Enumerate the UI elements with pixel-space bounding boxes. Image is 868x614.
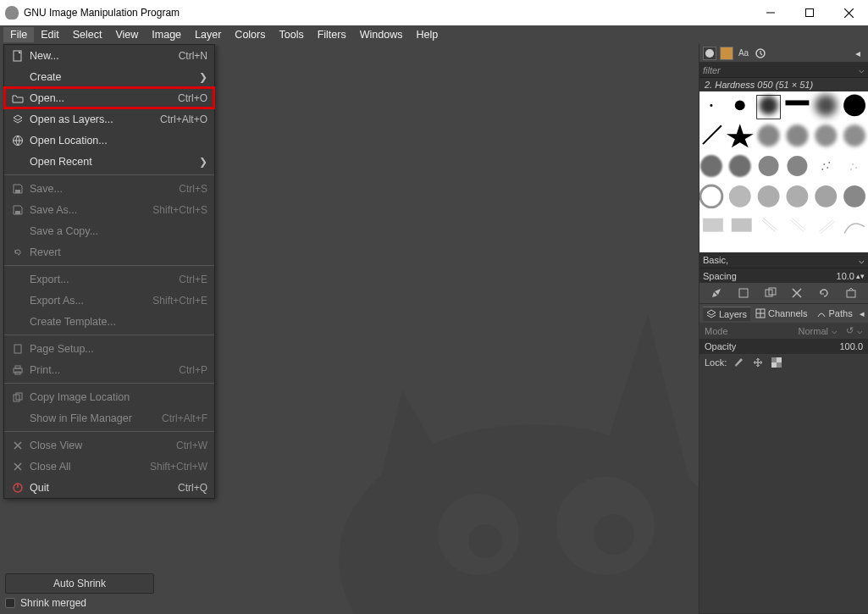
shrink-merged-checkbox[interactable] [5,598,15,608]
menu-item-open-location[interactable]: Open Location... [4,130,214,151]
menu-select[interactable]: Select [66,27,109,42]
menu-item-create[interactable]: Create❯ [4,66,214,87]
menu-item-shortcut: Shift+Ctrl+W [150,461,207,473]
svg-rect-76 [777,357,782,362]
menu-tools[interactable]: Tools [272,27,310,42]
svg-point-37 [786,124,808,147]
mode-value[interactable]: Normal [799,326,828,336]
edit-brush-icon[interactable] [710,286,723,300]
svg-rect-12 [15,211,20,214]
svg-line-59 [762,220,776,232]
menu-image[interactable]: Image [145,27,188,42]
menu-item-open-recent[interactable]: Open Recent❯ [4,151,214,172]
minimize-button[interactable] [751,0,790,25]
auto-shrink-button[interactable]: Auto Shrink [5,573,154,594]
svg-point-40 [700,155,722,177]
svg-point-52 [729,185,751,207]
tab-layers[interactable]: Layers [703,307,750,321]
revert-icon [11,246,25,258]
svg-point-49 [855,167,857,169]
duplicate-brush-icon[interactable] [764,286,777,300]
configure-layers-tab-icon[interactable]: ◂ [860,308,865,319]
print-icon [11,364,25,376]
close-icon [11,440,25,451]
quit-icon [11,482,25,494]
mode-dropdown-icon[interactable]: ⌵ [832,325,838,336]
menu-colors[interactable]: Colors [228,27,272,42]
file-menu-dropdown: New...Ctrl+NCreate❯Open...Ctrl+OOpen as … [3,44,215,499]
svg-rect-70 [847,290,855,297]
mode-switch-icon[interactable]: ↺ [846,325,854,336]
page-icon [11,343,25,355]
svg-point-45 [827,167,828,169]
menu-item-close-view: Close ViewCtrl+W [4,434,214,456]
menu-item-label: Create [30,71,199,83]
menu-item-open[interactable]: Open...Ctrl+O [4,87,214,108]
menu-item-show-in-file-manager: Show in File ManagerCtrl+Alt+F [4,407,214,429]
svg-rect-13 [14,345,21,353]
brush-grid[interactable] [699,91,868,252]
menu-layer[interactable]: Layer [188,27,228,42]
menu-view[interactable]: View [108,27,145,42]
maximize-button[interactable] [790,0,829,25]
menu-item-label: Show in File Manager [30,412,162,424]
menu-item-new[interactable]: New...Ctrl+N [4,45,214,66]
svg-line-60 [764,218,777,230]
save-icon [11,183,25,195]
menu-item-quit[interactable]: QuitCtrl+Q [4,477,214,498]
brush-filter-input[interactable]: filter [703,65,721,75]
svg-point-50 [850,169,852,170]
menu-filters[interactable]: Filters [311,27,353,42]
svg-point-7 [468,524,502,558]
filter-dropdown-icon[interactable]: ⌵ [859,64,865,75]
delete-brush-icon[interactable] [790,286,804,300]
menu-separator [4,383,214,384]
menu-item-label: New... [30,50,179,62]
configure-tab-icon[interactable]: ◂ [851,47,865,60]
svg-point-27 [710,104,712,107]
copy-icon [11,391,25,403]
close-button[interactable] [829,0,868,25]
brush-category-label[interactable]: Basic, [703,255,728,265]
layers-list[interactable] [699,371,868,613]
svg-rect-31 [785,100,809,105]
lock-alpha-icon[interactable] [771,357,782,368]
spacing-stepper-icon[interactable]: ▴▾ [856,272,865,280]
menu-windows[interactable]: Windows [353,27,410,42]
svg-point-8 [594,514,634,555]
tab-paths[interactable]: Paths [813,307,856,320]
menu-item-label: Open Recent [30,156,199,168]
mode-switch-dropdown-icon[interactable]: ⌵ [857,325,863,336]
spacing-value[interactable]: 10.0 [837,271,854,281]
lock-position-icon[interactable] [752,357,764,368]
tab-channels[interactable]: Channels [752,307,810,320]
menu-item-shortcut: Ctrl+E [179,274,207,285]
spacing-label: Spacing [703,271,737,281]
svg-line-64 [821,222,834,234]
svg-point-46 [821,169,823,170]
svg-point-36 [758,124,780,147]
tab-fonts-icon[interactable]: Aa [737,47,750,60]
new-brush-icon[interactable] [737,286,750,300]
menu-item-label: Copy Image Location [30,391,207,403]
tab-patterns-icon[interactable] [720,47,733,60]
category-dropdown-icon[interactable]: ⌵ [859,255,865,266]
tab-history-icon[interactable] [754,47,767,60]
open-as-image-icon[interactable] [844,286,858,300]
menu-edit[interactable]: Edit [34,27,66,42]
mode-label: Mode [705,326,728,336]
menu-item-label: Save As... [30,204,152,216]
lock-pixels-icon[interactable] [733,357,745,368]
opacity-value[interactable]: 100.0 [839,341,863,351]
menu-item-shortcut: Ctrl+S [179,183,207,195]
svg-rect-57 [703,218,723,232]
menu-item-label: Quit [30,482,178,494]
svg-rect-15 [15,366,20,368]
menu-item-save-a-copy: Save a Copy... [4,220,214,241]
menu-help[interactable]: Help [409,27,445,42]
menu-file[interactable]: File [3,27,34,42]
tab-brushes-icon[interactable] [703,47,716,60]
app-icon [5,6,19,19]
menu-item-open-as-layers[interactable]: Open as Layers...Ctrl+Alt+O [4,108,214,130]
refresh-brushes-icon[interactable] [817,286,831,300]
